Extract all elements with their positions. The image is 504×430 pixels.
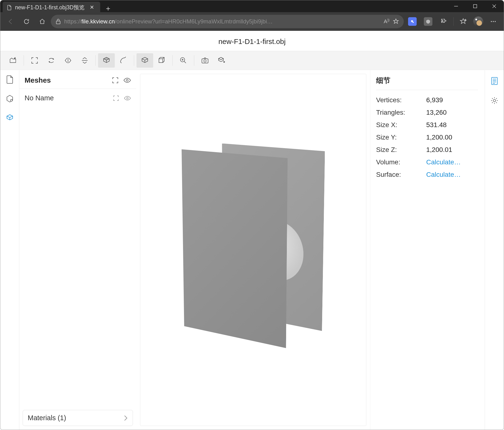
window-minimize-button[interactable] [447,0,466,12]
meshes-panel: Meshes No Name [19,70,136,430]
extensions-menu-icon[interactable] [437,15,451,28]
file-title: new-F1-D1-1-first.obj [0,31,504,51]
favorites-icon[interactable] [456,15,470,28]
tool-flip-horizontal-icon[interactable] [60,53,76,68]
materials-label: Materials (1) [28,414,66,422]
details-panel: 细节 Vertices:6,939 Triangles:13,260 Size … [370,70,485,430]
svg-point-21 [10,99,12,101]
svg-point-23 [126,79,128,81]
url-text: https://file.kkview.cn/onlinePreview?url… [64,18,380,25]
tool-open-icon[interactable] [5,53,21,68]
browser-titlebar: new-F1-D1-1-first.obj3D预览 ✕ ＋ [0,0,504,12]
tool-flip-vertical-icon[interactable] [76,53,93,68]
svg-rect-4 [56,21,60,24]
mesh-row[interactable]: No Name [19,89,136,107]
chevron-right-icon [124,415,128,421]
viewport[interactable] [136,70,370,430]
tab-title: new-F1-D1-1-first.obj3D预览 [15,4,84,11]
profile-avatar[interactable] [473,17,483,27]
calculate-surface-link[interactable]: Calculate… [426,171,461,178]
tool-perspective-box-icon[interactable] [136,53,153,68]
viewport-canvas[interactable] [140,74,366,426]
tool-edge-icon[interactable] [115,53,132,68]
sidebar-meshes-icon[interactable] [4,112,16,123]
mesh-visibility-icon[interactable] [124,95,131,101]
svg-point-24 [127,97,128,99]
sidebar-details-icon[interactable] [489,75,500,87]
tab-close-button[interactable]: ✕ [88,3,96,11]
lock-icon [56,19,61,25]
favorite-star-icon[interactable] [393,19,399,25]
file-icon [7,5,12,10]
url-input[interactable]: https://file.kkview.cn/onlinePreview?url… [51,15,404,28]
tool-fitview-icon[interactable] [26,53,43,68]
meshes-panel-title: Meshes [25,76,112,84]
svg-line-16 [184,61,186,63]
browser-address-bar: https://file.kkview.cn/onlinePreview?url… [0,12,504,31]
detail-label: Volume: [376,158,426,166]
detail-label: Size Y: [376,133,426,141]
window-close-button[interactable] [485,0,504,12]
svg-point-7 [491,21,492,22]
detail-value: 1,200.00 [426,133,452,141]
tool-zoom-icon[interactable] [175,53,192,68]
sidebar-file-icon[interactable] [4,74,16,85]
panel-visibility-icon[interactable] [123,77,131,84]
svg-rect-14 [159,59,163,63]
panel-fit-icon[interactable] [112,77,119,84]
extension-1-icon[interactable] [405,15,420,28]
detail-label: Vertices: [376,96,426,104]
tool-rotate-icon[interactable] [43,53,60,68]
read-aloud-icon[interactable]: A)) [384,18,389,25]
extension-2-icon[interactable] [421,15,435,28]
detail-label: Size X: [376,121,426,129]
left-sidebar [0,70,19,430]
detail-label: Triangles: [376,109,426,116]
detail-value: 1,200.01 [426,146,452,154]
materials-toggle[interactable]: Materials (1) [23,410,133,426]
svg-rect-19 [202,59,208,63]
svg-point-9 [495,21,496,22]
sidebar-materials-icon[interactable] [4,93,16,104]
detail-value: 13,260 [426,109,447,116]
browser-menu-button[interactable] [486,15,500,28]
tool-snapshot-icon[interactable] [197,53,213,68]
nav-home-button[interactable] [35,15,49,28]
viewer-toolbar [0,51,504,70]
window-maximize-button[interactable] [466,0,485,12]
tool-shaded-icon[interactable] [98,53,115,68]
detail-label: Size Z: [376,146,426,154]
sidebar-settings-icon[interactable] [489,95,500,106]
nav-refresh-button[interactable] [19,15,34,28]
detail-label: Surface: [376,171,426,178]
mesh-fit-icon[interactable] [113,95,119,101]
tool-ortho-box-icon[interactable] [153,53,170,68]
svg-point-20 [204,60,206,62]
svg-point-30 [493,99,496,102]
right-sidebar [485,70,504,430]
tool-export-icon[interactable] [213,53,230,68]
svg-point-8 [493,21,494,22]
details-title: 细节 [376,76,478,90]
svg-rect-1 [473,5,477,8]
browser-tab[interactable]: new-F1-D1-1-first.obj3D预览 ✕ [3,2,100,13]
calculate-volume-link[interactable]: Calculate… [426,158,461,166]
detail-value: 531.48 [426,121,447,129]
mesh-name: No Name [25,94,54,102]
nav-back-button[interactable] [4,15,18,28]
detail-value: 6,939 [426,96,443,104]
